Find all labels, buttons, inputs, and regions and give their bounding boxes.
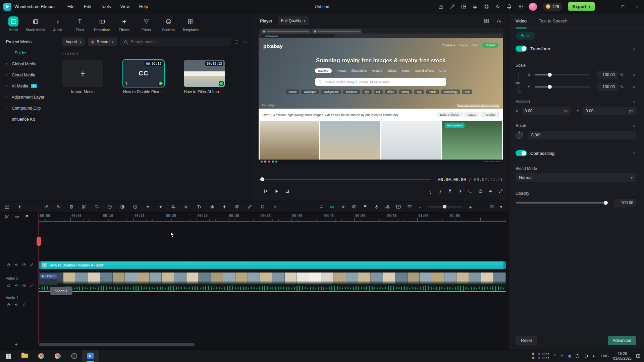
export-button[interactable]: Export ▾ bbox=[568, 2, 595, 11]
notification-center-icon[interactable] bbox=[636, 354, 641, 358]
wand-icon[interactable] bbox=[450, 4, 455, 9]
playhead-grip[interactable] bbox=[37, 237, 41, 246]
clip-thumbnail[interactable]: 00:02:13✓ bbox=[184, 60, 225, 87]
keyframe-icon[interactable] bbox=[158, 204, 163, 209]
pixabay-tab-illustrations[interactable]: Illustrations bbox=[351, 68, 367, 73]
clip-thumbnail[interactable]: CCT00:02:12✓ bbox=[123, 60, 164, 87]
lock-icon[interactable] bbox=[7, 263, 11, 267]
filter-button-editor-s-choice[interactable]: Editor's Choice bbox=[437, 112, 463, 117]
audio-bars-icon[interactable] bbox=[209, 204, 214, 209]
camera-icon[interactable] bbox=[478, 189, 483, 193]
play-icon[interactable] bbox=[274, 189, 279, 194]
video-clip[interactable] bbox=[39, 273, 506, 285]
filter-button-trending[interactable]: Trending bbox=[481, 112, 499, 117]
link-lock-icon[interactable] bbox=[330, 204, 334, 209]
render-icon[interactable] bbox=[396, 204, 401, 209]
tag-business[interactable]: business bbox=[343, 89, 360, 94]
speaker-icon[interactable] bbox=[14, 303, 18, 307]
pixabay-tab-gifs[interactable]: GIFs bbox=[439, 68, 447, 73]
import-dropdown[interactable]: Import ▾ bbox=[62, 38, 85, 46]
scale-y-slider[interactable] bbox=[535, 86, 590, 87]
monitor-icon[interactable] bbox=[468, 189, 473, 193]
minimize-button[interactable]: – bbox=[602, 0, 616, 13]
motion-track-icon[interactable] bbox=[184, 204, 189, 209]
avatar[interactable] bbox=[529, 3, 537, 11]
tab-audio[interactable]: ♪Audio bbox=[47, 16, 68, 33]
playhead[interactable] bbox=[39, 213, 39, 344]
import-media-tile[interactable]: + bbox=[62, 60, 103, 87]
tab-stickers[interactable]: Stickers bbox=[158, 16, 179, 33]
basic-pill[interactable]: Basic bbox=[516, 32, 535, 40]
coins-badge[interactable]: 426 bbox=[543, 3, 562, 11]
keyframe-diamond-icon[interactable] bbox=[632, 192, 636, 195]
mic-icon[interactable] bbox=[374, 204, 379, 209]
tab-titles[interactable]: TTitles bbox=[69, 16, 91, 33]
flag-icon[interactable] bbox=[448, 189, 452, 193]
sidebar-item-cloud-media[interactable]: ›Cloud Media bbox=[0, 69, 58, 80]
redo-icon[interactable]: ↻ bbox=[56, 204, 61, 209]
close-button[interactable]: × bbox=[630, 0, 644, 13]
ripple-icon[interactable] bbox=[319, 204, 323, 209]
flag-icon[interactable] bbox=[25, 215, 29, 219]
tag-wallpaper[interactable]: wallpaper bbox=[301, 89, 319, 94]
mixer-icon[interactable] bbox=[385, 204, 390, 209]
blend-mode-select[interactable]: Normal ▾ bbox=[516, 173, 636, 182]
flag-icon[interactable] bbox=[363, 204, 368, 209]
filter-icon[interactable] bbox=[234, 40, 239, 45]
sidebar-item-influence-kit[interactable]: ›Influence Kit bbox=[0, 114, 58, 125]
taskbar-app-round-app[interactable] bbox=[66, 350, 82, 362]
record-dropdown[interactable]: Record ▾ bbox=[88, 38, 117, 46]
keyframe-diamond-icon[interactable] bbox=[632, 47, 636, 51]
media-item-3[interactable]: 00:02:13✓How to Filter AI Image... bbox=[184, 60, 225, 94]
pixabay-nav-log-in[interactable]: Log in bbox=[459, 44, 468, 47]
tab-text-to-speech[interactable]: Text to Speech bbox=[539, 13, 568, 28]
tab-templates[interactable]: Templates bbox=[180, 16, 201, 33]
pixabay-nav-join[interactable]: Join bbox=[472, 44, 478, 47]
sidebar-item-adjustment-layer[interactable]: ›Adjustment Layer bbox=[0, 92, 58, 103]
pixabay-tab-vectors[interactable]: Vectors bbox=[371, 68, 383, 73]
bell-icon[interactable] bbox=[507, 4, 512, 9]
reset-button[interactable]: Reset bbox=[516, 336, 537, 345]
tag-sky[interactable]: sky bbox=[362, 89, 372, 94]
sync-icon[interactable]: ↻ bbox=[495, 4, 500, 9]
timeline-ruler[interactable]: 00:0000:0500:1000:1500:2000:2500:3000:35… bbox=[39, 213, 506, 221]
taskbar-app-explorer[interactable] bbox=[16, 350, 33, 362]
link-icon[interactable] bbox=[15, 215, 19, 219]
sidebar-item-compound-clip[interactable]: ›Compound Clip bbox=[0, 103, 58, 114]
save-icon[interactable] bbox=[484, 4, 489, 9]
opacity-slider[interactable] bbox=[516, 202, 608, 203]
media-item-1[interactable]: +Import Media bbox=[62, 60, 103, 94]
trash-icon[interactable] bbox=[69, 204, 74, 209]
menu-tools[interactable]: Tools bbox=[101, 4, 111, 9]
apps-icon[interactable] bbox=[518, 4, 523, 9]
audio-clip[interactable] bbox=[39, 285, 506, 292]
maximize-button[interactable]: □ bbox=[616, 0, 630, 13]
link-icon[interactable] bbox=[516, 80, 520, 86]
prev-frame-icon[interactable] bbox=[263, 189, 268, 194]
pixabay-nav-explore[interactable]: Explore ▾ bbox=[442, 44, 455, 47]
title-clip[interactable]: T How to Disable Pixabay AI (edit) bbox=[39, 261, 506, 269]
upload-button[interactable]: Upload bbox=[482, 43, 499, 48]
adjust-icon[interactable] bbox=[171, 204, 176, 209]
timeline-zoom-slider[interactable] bbox=[428, 206, 463, 207]
add-track-button[interactable]: + bbox=[15, 341, 18, 347]
speaker-icon[interactable] bbox=[592, 354, 596, 358]
pencil-icon[interactable] bbox=[248, 204, 252, 209]
mic-icon[interactable] bbox=[560, 354, 564, 358]
clip-trim-handle[interactable] bbox=[39, 261, 41, 269]
keyframe-diamond-icon[interactable] bbox=[632, 73, 636, 77]
advanced-button[interactable]: Advanced bbox=[608, 336, 636, 345]
tab-effects[interactable]: Effects bbox=[113, 16, 135, 33]
pixabay-tab-music[interactable]: Music bbox=[401, 68, 411, 73]
more-icon[interactable]: » bbox=[273, 204, 278, 209]
scale-x-field[interactable]: 100.00 bbox=[597, 71, 618, 79]
speaker-icon[interactable] bbox=[488, 189, 493, 193]
search-input[interactable] bbox=[131, 40, 227, 44]
sidebar-item-project-media[interactable]: Project Media bbox=[0, 36, 58, 47]
crop-icon[interactable] bbox=[95, 204, 99, 209]
tag-technology[interactable]: technology bbox=[441, 89, 460, 94]
keyframe-diamond-icon[interactable] bbox=[632, 100, 636, 104]
pixabay-tab-explore[interactable]: Explore bbox=[315, 68, 332, 73]
menu-file[interactable]: File bbox=[67, 4, 74, 9]
position-y-field[interactable]: 0.00 px bbox=[583, 107, 636, 115]
